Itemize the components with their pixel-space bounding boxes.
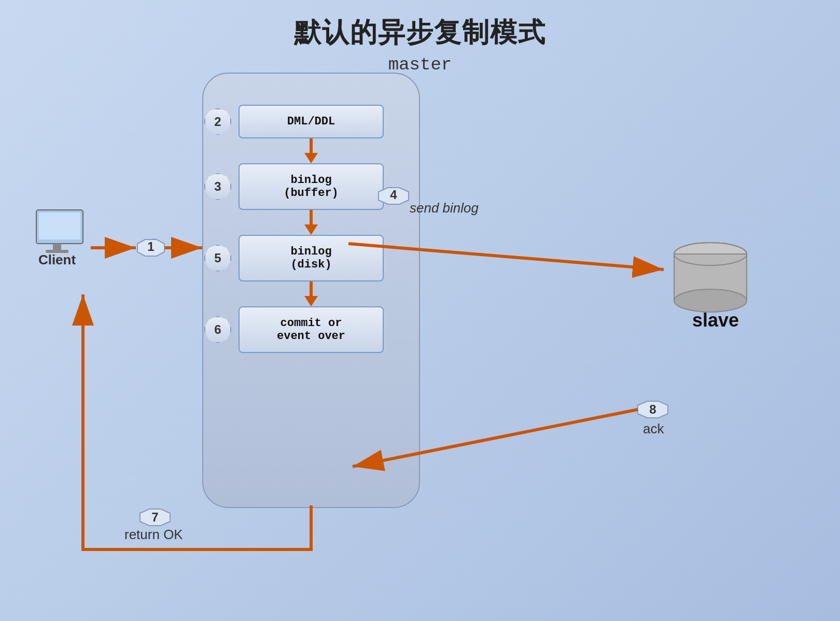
svg-text:7: 7 xyxy=(151,510,158,524)
svg-marker-14 xyxy=(140,509,170,526)
badge-1-group: 1 xyxy=(137,239,164,256)
svg-marker-4 xyxy=(137,239,164,256)
master-label: master xyxy=(0,55,840,75)
badge-6: 6 xyxy=(204,316,231,343)
svg-text:8: 8 xyxy=(649,402,656,416)
main-title: 默认的异步复制模式 xyxy=(0,15,840,51)
svg-point-20 xyxy=(674,243,747,265)
commit-box: commit orevent over xyxy=(239,306,384,353)
badge-2: 2 xyxy=(204,108,231,135)
ack-label: ack xyxy=(643,421,664,436)
badge-3: 3 xyxy=(204,173,231,200)
svg-marker-3 xyxy=(139,239,160,252)
svg-point-23 xyxy=(674,243,747,265)
svg-rect-16 xyxy=(36,210,83,244)
return-ok-label: return OK xyxy=(124,527,183,542)
binlog-buffer-box: binlog(buffer) xyxy=(239,163,384,210)
badge-8-group: 8 xyxy=(638,401,668,418)
badge-7-group: 7 xyxy=(140,509,170,526)
client-icon xyxy=(36,210,83,253)
slave-text: slave xyxy=(692,309,739,331)
send-binlog-label: send binlog xyxy=(410,200,479,216)
svg-text:1: 1 xyxy=(147,239,154,253)
dml-ddl-box: DML/DDL xyxy=(239,105,384,138)
svg-rect-17 xyxy=(39,213,80,239)
binlog-disk-box: binlog(disk) xyxy=(239,235,384,281)
svg-rect-21 xyxy=(674,254,747,301)
client-text: Client xyxy=(38,252,76,267)
svg-rect-18 xyxy=(53,244,61,250)
slave-icon xyxy=(674,243,747,312)
badge-5: 5 xyxy=(204,245,231,272)
master-box: 2 DML/DDL 3 binlog(buffer) 5 binlog(disk… xyxy=(202,73,420,508)
svg-rect-19 xyxy=(46,250,68,253)
svg-marker-11 xyxy=(638,401,668,418)
svg-point-22 xyxy=(674,289,747,312)
